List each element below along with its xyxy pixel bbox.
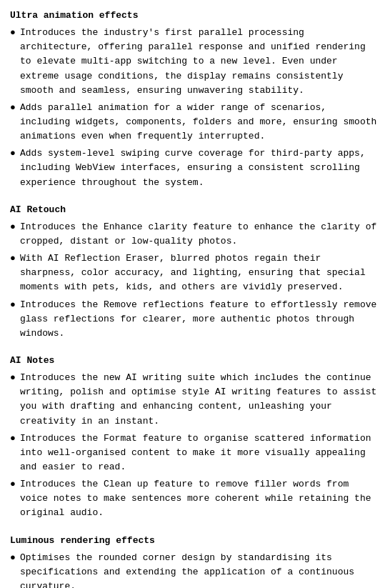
main-content: Ultra animation effects● Introduces the …	[10, 9, 380, 588]
bullet-text: With AI Reflection Eraser, blurred photo…	[20, 251, 380, 294]
section-luminous-rendering: Luminous rendering effects● Optimises th…	[10, 534, 380, 589]
bullet-marker: ●	[10, 101, 20, 115]
bullet-item: ● Introduces the Remove reflections feat…	[10, 298, 380, 341]
bullet-text: Introduces the industry's first parallel…	[20, 26, 380, 98]
bullet-text: Introduces the Remove reflections featur…	[20, 298, 380, 341]
bullet-text: Introduces the Enhance clarity feature t…	[20, 220, 380, 249]
bullet-text: Adds parallel animation for a wider rang…	[20, 101, 380, 144]
bullet-item: ● Adds parallel animation for a wider ra…	[10, 101, 380, 144]
bullet-marker: ●	[10, 220, 20, 234]
bullet-marker: ●	[10, 26, 20, 40]
bullet-item: ● Introduces the Format feature to organ…	[10, 432, 380, 474]
bullet-text: Optimises the rounded corner design by s…	[20, 551, 380, 588]
bullet-text: Adds system-level swiping curve coverage…	[20, 146, 380, 189]
section-ai-notes: AI Notes● Introduces the new AI writing …	[10, 354, 380, 521]
section-title-ultra-animation: Ultra animation effects	[10, 9, 380, 23]
bullet-text: Introduces the new AI writing suite whic…	[20, 371, 380, 429]
bullet-item: ● Introduces the Clean up feature to rem…	[10, 477, 380, 520]
bullet-item: ● Adds system-level swiping curve covera…	[10, 146, 380, 189]
bullet-marker: ●	[10, 298, 20, 312]
section-title-ai-retouch: AI Retouch	[10, 203, 380, 217]
section-title-luminous-rendering: Luminous rendering effects	[10, 534, 380, 548]
bullet-item: ● Introduces the new AI writing suite wh…	[10, 371, 380, 429]
bullet-item: ● Introduces the Enhance clarity feature…	[10, 220, 380, 249]
bullet-marker: ●	[10, 477, 20, 492]
bullet-item: ● Optimises the rounded corner design by…	[10, 551, 380, 588]
bullet-item: ● With AI Reflection Eraser, blurred pho…	[10, 251, 380, 294]
bullet-text: Introduces the Format feature to organis…	[20, 432, 380, 474]
bullet-marker: ●	[10, 371, 20, 385]
section-ai-retouch: AI Retouch● Introduces the Enhance clari…	[10, 203, 380, 341]
bullet-marker: ●	[10, 146, 20, 161]
bullet-item: ● Introduces the industry's first parall…	[10, 26, 380, 98]
bullet-marker: ●	[10, 251, 20, 266]
section-ultra-animation: Ultra animation effects● Introduces the …	[10, 9, 380, 190]
bullet-marker: ●	[10, 551, 20, 565]
bullet-marker: ●	[10, 432, 20, 446]
section-title-ai-notes: AI Notes	[10, 354, 380, 368]
bullet-text: Introduces the Clean up feature to remov…	[20, 477, 380, 520]
